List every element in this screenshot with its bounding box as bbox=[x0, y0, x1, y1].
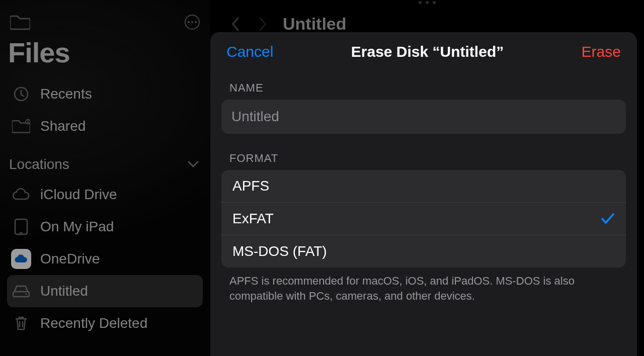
format-footer-note: APFS is recommended for macOS, iOS, and … bbox=[221, 268, 626, 303]
onedrive-icon bbox=[11, 249, 31, 269]
name-field-container bbox=[221, 100, 626, 134]
disk-name-input[interactable] bbox=[231, 109, 616, 125]
format-list: APFS ExFAT MS-DOS (FAT) bbox=[221, 170, 626, 268]
sidebar-item-label: Untitled bbox=[40, 283, 88, 299]
sidebar-item-label: On My iPad bbox=[40, 219, 114, 235]
format-option-msdos[interactable]: MS-DOS (FAT) bbox=[221, 235, 626, 268]
sidebar-item-untitled[interactable]: Untitled bbox=[7, 275, 203, 307]
sidebar-item-label: Recently Deleted bbox=[40, 315, 147, 331]
ellipsis-icon bbox=[188, 21, 197, 23]
format-option-label: MS-DOS (FAT) bbox=[232, 243, 327, 259]
cancel-button[interactable]: Cancel bbox=[226, 43, 273, 60]
chevron-down-icon bbox=[188, 161, 199, 168]
erase-button[interactable]: Erase bbox=[582, 43, 621, 60]
folder-icon bbox=[10, 14, 30, 30]
sidebar-item-label: Recents bbox=[40, 86, 92, 102]
format-option-label: APFS bbox=[232, 178, 269, 194]
sidebar: Files Recents Shared Locations iCloud Dr… bbox=[0, 0, 210, 356]
sidebar-item-onedrive[interactable]: OneDrive bbox=[7, 243, 203, 275]
sidebar-item-label: iCloud Drive bbox=[40, 187, 117, 203]
sidebar-item-recents[interactable]: Recents bbox=[7, 78, 203, 110]
more-options-button[interactable] bbox=[185, 15, 200, 30]
sidebar-item-label: Shared bbox=[40, 118, 86, 134]
sidebar-section-label: Locations bbox=[9, 156, 69, 172]
sidebar-title: Files bbox=[7, 34, 203, 78]
sidebar-item-shared[interactable]: Shared bbox=[7, 110, 203, 142]
trash-icon bbox=[11, 313, 31, 333]
format-option-exfat[interactable]: ExFAT bbox=[221, 202, 626, 235]
sidebar-item-recently-deleted[interactable]: Recently Deleted bbox=[7, 307, 203, 339]
sidebar-item-label: OneDrive bbox=[40, 251, 100, 267]
ipad-icon bbox=[11, 217, 31, 237]
format-section-label: FORMAT bbox=[221, 147, 626, 170]
modal-title: Erase Disk “Untitled” bbox=[351, 43, 504, 60]
external-drive-icon bbox=[11, 281, 31, 301]
app-root: Files Recents Shared Locations iCloud Dr… bbox=[0, 0, 644, 356]
sidebar-section-locations[interactable]: Locations bbox=[7, 142, 203, 179]
svg-point-5 bbox=[25, 293, 27, 295]
checkmark-icon bbox=[601, 213, 615, 225]
format-option-apfs[interactable]: APFS bbox=[221, 170, 626, 202]
name-section-label: NAME bbox=[221, 76, 626, 100]
svg-point-2 bbox=[27, 120, 29, 122]
sidebar-item-on-my-ipad[interactable]: On My iPad bbox=[7, 211, 203, 243]
format-option-label: ExFAT bbox=[232, 211, 274, 227]
sidebar-item-icloud[interactable]: iCloud Drive bbox=[7, 179, 203, 211]
erase-disk-modal: Cancel Erase Disk “Untitled” Erase NAME … bbox=[210, 32, 637, 356]
shared-folder-icon bbox=[11, 116, 31, 136]
cloud-icon bbox=[11, 185, 31, 205]
svg-rect-3 bbox=[15, 219, 27, 234]
clock-icon bbox=[11, 84, 31, 104]
